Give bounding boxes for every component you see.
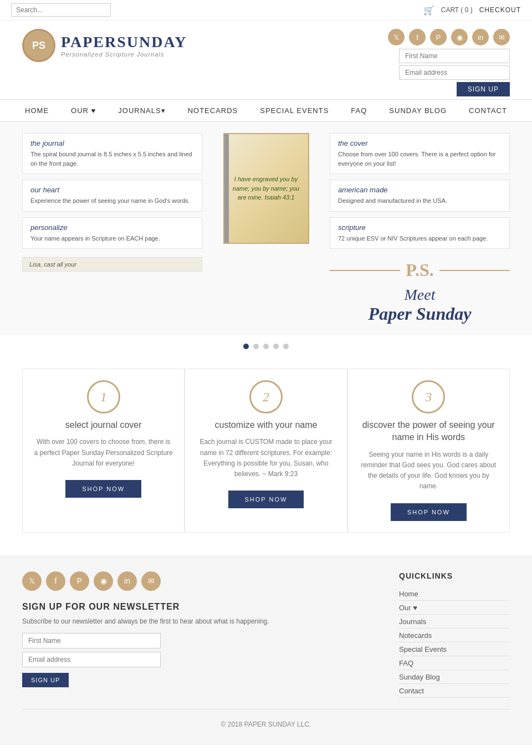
step-1-desc: With over 100 covers to choose from, the… bbox=[34, 437, 173, 469]
cart-icon: 🛒 bbox=[423, 5, 434, 16]
main-nav: HOME OUR ♥ JOURNALS▾ NOTECARDS SPECIAL E… bbox=[0, 99, 532, 122]
ps-line-left bbox=[330, 270, 400, 271]
footer-left: 𝕏 f P ◉ in ✉ SIGN UP FOR OUR NEWSLETTER … bbox=[22, 571, 377, 698]
feature-cover-text: Choose from over 100 covers. There is a … bbox=[338, 150, 502, 168]
step-1-box: 1 select journal cover With over 100 cov… bbox=[22, 369, 185, 533]
carousel-dot-4[interactable] bbox=[273, 344, 279, 349]
footer: 𝕏 f P ◉ in ✉ SIGN UP FOR OUR NEWSLETTER … bbox=[0, 555, 532, 745]
step-3-number: 3 bbox=[412, 380, 445, 413]
step-3-title: discover the power of seeing your name i… bbox=[359, 419, 498, 444]
header-email-input[interactable] bbox=[399, 65, 510, 80]
feature-scripture: scripture 72 unique ESV or NIV Scripture… bbox=[330, 217, 510, 249]
quicklink-sunday-blog[interactable]: Sunday Blog bbox=[399, 670, 510, 684]
feature-cover-title: the cover bbox=[338, 139, 502, 147]
instagram-icon-header[interactable]: ◉ bbox=[451, 29, 468, 45]
footer-right: QUICKLINKS Home Our ♥ Journals Notecards… bbox=[399, 571, 510, 698]
linkedin-icon-footer[interactable]: in bbox=[117, 571, 137, 591]
step-2-shop-button[interactable]: SHOP NOW bbox=[228, 491, 304, 508]
instagram-icon-footer[interactable]: ◉ bbox=[94, 571, 113, 591]
feature-journal-text: The spiral bound journal is 8.5 inches x… bbox=[30, 150, 194, 168]
cart-label[interactable]: CART ( 0 ) bbox=[441, 6, 473, 14]
carousel-dot-2[interactable] bbox=[253, 344, 259, 349]
footer-top: 𝕏 f P ◉ in ✉ SIGN UP FOR OUR NEWSLETTER … bbox=[22, 571, 510, 698]
feature-our-heart: our heart Experience the power of seeing… bbox=[22, 180, 202, 212]
linkedin-icon-header[interactable]: in bbox=[472, 29, 489, 45]
social-icons-header: 𝕏 f P ◉ in ✉ bbox=[388, 29, 510, 45]
quicklink-journals[interactable]: Journals bbox=[399, 615, 510, 629]
carousel-dots bbox=[0, 335, 532, 357]
footer-signup-button[interactable]: SIGN UP bbox=[22, 673, 69, 687]
feature-personalize-title: personalize bbox=[30, 223, 194, 232]
pinterest-icon-footer[interactable]: P bbox=[70, 571, 89, 591]
ps-branding: P.S. bbox=[330, 260, 510, 280]
quicklink-contact[interactable]: Contact bbox=[399, 684, 510, 698]
quicklinks-list: Home Our ♥ Journals Notecards Special Ev… bbox=[399, 587, 510, 698]
personalize-sample: Lisa, cast all your bbox=[22, 257, 202, 272]
quicklink-notecards[interactable]: Notecards bbox=[399, 629, 510, 642]
header-right: 𝕏 f P ◉ in ✉ SIGN UP bbox=[388, 29, 510, 96]
quicklink-special-events[interactable]: Special Events bbox=[399, 642, 510, 656]
quicklink-home[interactable]: Home bbox=[399, 587, 510, 601]
feature-scripture-text: 72 unique ESV or NIV Scriptures appear o… bbox=[338, 234, 502, 243]
header-newsletter-form: SIGN UP bbox=[399, 49, 510, 96]
step-2-number: 2 bbox=[249, 380, 283, 413]
nav-special-events[interactable]: SPECIAL EVENTS bbox=[249, 100, 340, 121]
feature-personalize-text: Your name appears in Scripture on EACH p… bbox=[30, 234, 194, 243]
meet-paper-sunday: Meet Paper Sunday bbox=[330, 286, 510, 324]
step-3-shop-button[interactable]: SHOP NOW bbox=[391, 503, 467, 521]
ps-line-right bbox=[439, 270, 510, 271]
twitter-icon-footer[interactable]: 𝕏 bbox=[22, 571, 42, 591]
footer-bottom: © 2018 PAPER SUNDAY LLC. bbox=[22, 709, 510, 728]
checkout-link[interactable]: CHECKOUT bbox=[479, 6, 521, 14]
feature-american-made: american made Designed and manufactured … bbox=[330, 180, 510, 212]
quicklink-faq[interactable]: FAQ bbox=[399, 656, 510, 670]
footer-newsletter-heading: SIGN UP FOR OUR NEWSLETTER bbox=[22, 602, 377, 612]
hero-right-features: the cover Choose from over 100 covers. T… bbox=[330, 133, 510, 324]
logo-area: PS PAPERSUNDAY Personalized Scripture Jo… bbox=[22, 29, 187, 62]
quicklink-our-heart[interactable]: Our ♥ bbox=[399, 601, 510, 615]
logo-text: PAPERSUNDAY Personalized Scripture Journ… bbox=[61, 33, 187, 58]
hero-journal-image-area: I have engraved you by name; you by name… bbox=[219, 133, 313, 244]
pinterest-icon-header[interactable]: P bbox=[430, 29, 447, 45]
nav-contact[interactable]: CONTACT bbox=[458, 100, 518, 121]
feature-american-title: american made bbox=[338, 186, 502, 194]
search-input[interactable] bbox=[11, 3, 111, 17]
footer-newsletter-form: SIGN UP bbox=[22, 633, 377, 687]
footer-firstname-input[interactable] bbox=[22, 633, 161, 648]
nav-notecards[interactable]: NOTECARDS bbox=[177, 100, 249, 121]
nav-sunday-blog[interactable]: SUNDAY BLOG bbox=[378, 100, 458, 121]
logo-circle: PS bbox=[22, 29, 55, 62]
feature-american-text: Designed and manufactured in the USA. bbox=[338, 196, 502, 206]
email-icon-header[interactable]: ✉ bbox=[493, 29, 510, 45]
journal-image: I have engraved you by name; you by name… bbox=[223, 133, 309, 244]
nav-journals[interactable]: JOURNALS▾ bbox=[107, 100, 176, 121]
email-icon-footer[interactable]: ✉ bbox=[141, 571, 161, 591]
feature-scripture-title: scripture bbox=[338, 223, 502, 232]
nav-our-heart[interactable]: OUR ♥ bbox=[60, 100, 107, 121]
logo-sub: Personalized Scripture Journals bbox=[61, 51, 187, 58]
step-1-shop-button[interactable]: SHOP NOW bbox=[65, 480, 141, 498]
step-2-desc: Each journal is CUSTOM made to place you… bbox=[196, 437, 335, 479]
carousel-dot-1[interactable] bbox=[243, 344, 249, 349]
facebook-icon-header[interactable]: f bbox=[409, 29, 426, 45]
nav-faq[interactable]: FAQ bbox=[340, 100, 378, 121]
hero-left-features: the journal The spiral bound journal is … bbox=[22, 133, 202, 272]
twitter-icon-header[interactable]: 𝕏 bbox=[388, 29, 405, 45]
step-2-title: customize with your name bbox=[215, 419, 318, 431]
journal-image-text: I have engraved you by name; you by name… bbox=[230, 175, 303, 202]
header-signup-button[interactable]: SIGN UP bbox=[457, 82, 510, 96]
header: PS PAPERSUNDAY Personalized Scripture Jo… bbox=[0, 21, 532, 99]
carousel-dot-3[interactable] bbox=[263, 344, 269, 349]
copyright-text: © 2018 PAPER SUNDAY LLC. bbox=[221, 721, 311, 728]
hero-area: the journal The spiral bound journal is … bbox=[0, 122, 532, 335]
facebook-icon-footer[interactable]: f bbox=[46, 571, 65, 591]
header-firstname-input[interactable] bbox=[399, 49, 510, 63]
top-bar: 🛒 CART ( 0 ) CHECKOUT bbox=[0, 0, 532, 21]
feature-the-journal: the journal The spiral bound journal is … bbox=[22, 133, 202, 174]
carousel-dot-5[interactable] bbox=[283, 344, 289, 349]
footer-social-icons: 𝕏 f P ◉ in ✉ bbox=[22, 571, 377, 591]
steps-section: 1 select journal cover With over 100 cov… bbox=[0, 357, 532, 544]
footer-newsletter-desc: Subscribe to our newsletter and always b… bbox=[22, 616, 377, 626]
nav-home[interactable]: HOME bbox=[14, 100, 60, 121]
footer-email-input[interactable] bbox=[22, 652, 161, 667]
